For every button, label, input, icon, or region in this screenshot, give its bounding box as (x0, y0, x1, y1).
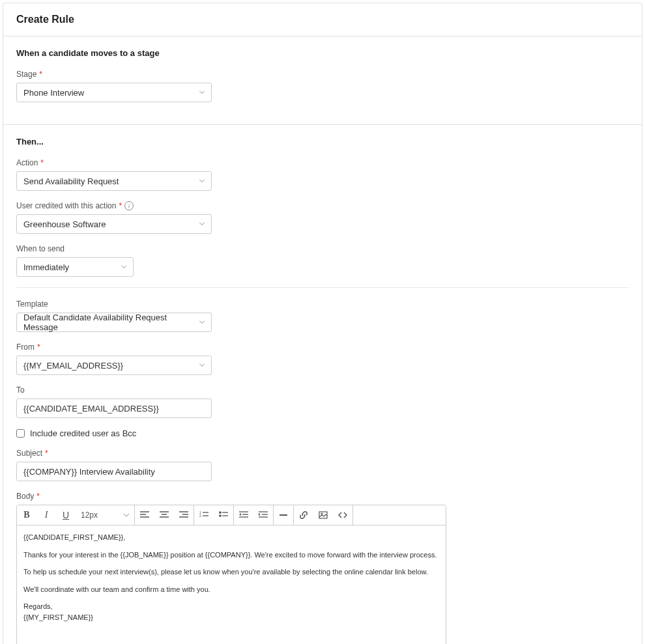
chevron-down-icon (199, 364, 205, 367)
bold-button[interactable]: B (17, 505, 36, 525)
svg-point-15 (220, 515, 221, 516)
required-marker: * (119, 201, 122, 210)
stage-label: Stage* (16, 70, 629, 79)
align-left-button[interactable] (135, 505, 154, 525)
when-heading: When a candidate moves to a stage (16, 48, 629, 58)
action-value: Send Availability Request (23, 176, 119, 186)
svg-point-13 (220, 512, 221, 513)
required-marker: * (37, 343, 40, 352)
when-to-send-value: Immediately (23, 262, 69, 272)
unordered-list-button[interactable] (214, 505, 233, 525)
bcc-checkbox[interactable] (16, 429, 25, 438)
user-label: User credited with this action* i (16, 201, 629, 210)
subject-input[interactable] (16, 462, 212, 481)
user-field: User credited with this action* i Greenh… (16, 201, 629, 234)
align-right-button[interactable] (174, 505, 194, 525)
underline-button[interactable]: U (56, 505, 76, 525)
when-to-send-select[interactable]: Immediately (16, 257, 134, 277)
image-button[interactable] (313, 505, 333, 525)
stage-value: Phone Interview (23, 88, 84, 98)
user-select[interactable]: Greenhouse Software (16, 214, 212, 234)
stage-select[interactable]: Phone Interview (16, 83, 212, 102)
body-textarea[interactable]: {{CANDIDATE_FIRST_NAME}}, Thanks for you… (17, 525, 446, 644)
from-field: From* {{MY_EMAIL_ADDRESS}} (16, 343, 629, 375)
body-editor: B I U 12px 12 (16, 505, 446, 644)
action-field: Action* Send Availability Request (16, 158, 629, 191)
required-marker: * (39, 70, 42, 79)
chevron-down-icon (199, 91, 205, 94)
chevron-down-icon (199, 223, 205, 226)
to-label: To (16, 385, 629, 395)
chevron-down-icon (121, 266, 126, 269)
from-label: From* (16, 343, 629, 352)
from-select[interactable]: {{MY_EMAIL_ADDRESS}} (16, 356, 212, 375)
italic-button[interactable]: I (36, 505, 56, 525)
action-select[interactable]: Send Availability Request (16, 171, 212, 191)
template-select[interactable]: Default Candidate Availability Request M… (16, 313, 212, 332)
bcc-label: Include credited user as Bcc (30, 428, 136, 438)
code-view-button[interactable] (333, 505, 352, 525)
to-field: To (16, 385, 629, 418)
required-marker: * (36, 492, 40, 501)
outdent-button[interactable] (234, 505, 253, 525)
subject-label: Subject* (16, 449, 629, 458)
from-value: {{MY_EMAIL_ADDRESS}} (23, 361, 123, 371)
horizontal-rule-button[interactable] (274, 505, 293, 525)
bcc-checkbox-row: Include credited user as Bcc (16, 428, 629, 438)
indent-button[interactable] (253, 505, 273, 525)
chevron-down-icon (199, 321, 205, 324)
ordered-list-button[interactable]: 12 (194, 505, 214, 525)
chevron-down-icon (199, 180, 205, 183)
svg-point-25 (321, 513, 322, 514)
stage-field: Stage* Phone Interview (16, 70, 629, 102)
panel-header: Create Rule (3, 3, 642, 36)
action-label: Action* (16, 158, 629, 167)
font-size-select[interactable]: 12px (76, 505, 134, 525)
svg-text:2: 2 (199, 514, 201, 518)
template-label: Template (16, 300, 629, 309)
then-section: Then... Action* Send Availability Reques… (3, 124, 642, 644)
page-title: Create Rule (16, 14, 629, 25)
editor-toolbar: B I U 12px 12 (17, 505, 446, 525)
user-value: Greenhouse Software (23, 219, 106, 229)
divider (16, 287, 629, 288)
to-input[interactable] (16, 399, 212, 418)
subject-field: Subject* (16, 449, 629, 481)
body-label: Body* (16, 492, 629, 501)
template-field: Template Default Candidate Availability … (16, 300, 629, 332)
when-section: When a candidate moves to a stage Stage*… (3, 36, 642, 124)
align-center-button[interactable] (154, 505, 174, 525)
template-value: Default Candidate Availability Request M… (23, 313, 193, 332)
when-to-send-label: When to send (16, 244, 629, 253)
when-to-send-field: When to send Immediately (16, 244, 629, 277)
then-heading: Then... (16, 137, 629, 147)
info-icon[interactable]: i (124, 201, 134, 210)
chevron-down-icon (124, 514, 129, 517)
body-field: Body* B I U 12px (16, 492, 629, 644)
link-button[interactable] (294, 505, 313, 525)
required-marker: * (40, 158, 44, 167)
required-marker: * (45, 449, 48, 458)
create-rule-panel: Create Rule When a candidate moves to a … (3, 3, 642, 644)
